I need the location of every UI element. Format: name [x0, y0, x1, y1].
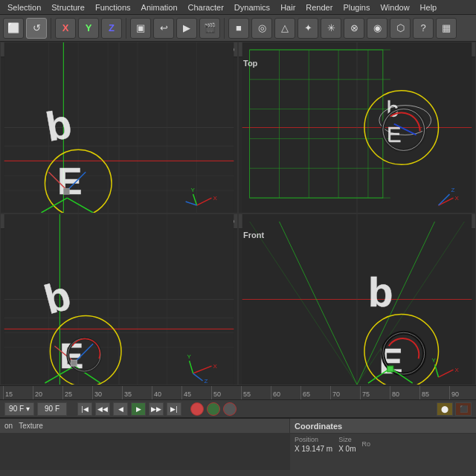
playback-record-indicator [190, 402, 204, 416]
viewport-front[interactable]: Edit Cameras Display Filter View Front b… [238, 213, 476, 385]
coords-position-label: Position [295, 436, 332, 443]
toolbar-btn-camera[interactable]: 🎬 [199, 18, 220, 39]
end-frame-input[interactable] [37, 402, 67, 416]
tick-50: 50 [211, 386, 241, 399]
toolbar-btn-nurbs[interactable]: ✦ [298, 18, 318, 39]
coords-position-col: Position X 19.147 m [295, 436, 332, 453]
tick-45: 45 [181, 386, 211, 399]
toolbar-btn-x[interactable]: X [55, 18, 76, 39]
tick-55: 55 [241, 386, 271, 399]
viewport-front-scene: b E X Y [239, 214, 475, 385]
toolbar-btn-env[interactable]: ◉ [367, 18, 387, 39]
toolbar-sep-2 [126, 18, 126, 39]
svg-text:X: X [454, 195, 459, 202]
coords-rotation-label: Ro [362, 440, 371, 448]
toolbar-btn-rotate[interactable]: ↺ [26, 18, 47, 39]
tick-70: 70 [330, 386, 360, 399]
viewport-perspective[interactable]: Display Filter View ⊕ ↕ ⟲ [0, 42, 238, 213]
playback-status-1 [207, 402, 220, 416]
toolbar-sep-3 [224, 18, 225, 39]
toolbar-btn-select[interactable]: ⬜ [3, 18, 24, 39]
toolbar-btn-box[interactable]: ▣ [130, 18, 151, 39]
svg-text:Z: Z [451, 187, 454, 193]
svg-text:X: X [454, 367, 459, 373]
viewport-top-scene: b E X Z [239, 42, 475, 213]
playback-status-2 [223, 402, 237, 416]
coords-rotation-col: Ro [362, 440, 371, 449]
toolbar-btn-mat[interactable]: ⬡ [390, 18, 411, 39]
menu-character[interactable]: Character [184, 1, 228, 13]
toolbar-btn-cone[interactable]: △ [274, 18, 295, 39]
toolbar-btn-render[interactable]: ▦ [436, 18, 457, 39]
bottom-left-toolbar: on Texture [0, 419, 289, 434]
viewport-container: Display Filter View ⊕ ↕ ⟲ [0, 42, 476, 385]
svg-rect-75 [71, 360, 77, 366]
bottom-left-content [0, 434, 289, 470]
tick-35: 35 [122, 386, 152, 399]
tick-60: 60 [271, 386, 300, 399]
tick-90: 90 [449, 386, 476, 399]
coords-size-label: Size [338, 436, 356, 443]
toolbar-btn-y[interactable]: Y [78, 18, 99, 39]
tick-30: 30 [92, 386, 122, 399]
toolbar: ⬜ ↺ X Y Z ▣ ↩ ▶ 🎬 ■ ◎ △ ✦ ✳ ⊗ ◉ ⬡ ? ▦ [0, 15, 476, 42]
menu-window[interactable]: Window [376, 1, 414, 13]
menu-animation[interactable]: Animation [137, 1, 182, 13]
toolbar-btn-spline[interactable]: ✳ [321, 18, 341, 39]
toolbar-btn-z[interactable]: Z [101, 18, 122, 39]
timeline-bar: 15 20 25 30 35 40 45 50 55 60 65 70 75 8… [0, 385, 476, 400]
svg-text:Y: Y [191, 187, 196, 193]
svg-rect-96 [387, 366, 393, 372]
bottom-panel: on Texture Coordinates Position X 19.147… [0, 418, 476, 470]
coords-position-value: X 19.147 m [295, 445, 332, 453]
viewport-bl-scene: b E X Y Z [1, 214, 237, 385]
svg-text:X: X [213, 195, 217, 202]
viewport-top[interactable]: Edit Cameras Display Filter View Top [238, 42, 476, 213]
toolbar-btn-help[interactable]: ? [413, 18, 434, 39]
playback-to-end[interactable]: ▶| [167, 402, 181, 416]
playback-extra-2[interactable]: ⬛ [455, 402, 472, 416]
playback-next-frame[interactable]: ▶▶ [149, 402, 164, 416]
bottom-tab-on[interactable]: on [4, 422, 13, 430]
svg-text:Y: Y [187, 353, 192, 360]
playback-to-start[interactable]: |◀ [77, 402, 92, 416]
coords-size-value: X 0m [338, 445, 356, 453]
tick-85: 85 [419, 386, 449, 399]
svg-rect-22 [63, 188, 69, 194]
playback-extra-1[interactable]: ⬤ [437, 402, 453, 416]
svg-text:b: b [368, 269, 393, 315]
viewport-bottom-left[interactable]: splay Filter View ⊕ ↕ ⟲ b [0, 213, 238, 385]
svg-text:Y: Y [432, 357, 437, 364]
bottom-tab-texture[interactable]: Texture [19, 422, 43, 430]
toolbar-btn-deform[interactable]: ⊗ [344, 18, 364, 39]
menu-bar: Selection Structure Functions Animation … [0, 0, 476, 15]
menu-render[interactable]: Render [301, 1, 337, 13]
toolbar-btn-cube[interactable]: ■ [228, 18, 249, 39]
coords-header: Coordinates [290, 419, 476, 434]
svg-text:E: E [57, 161, 82, 202]
toolbar-sep-1 [51, 18, 51, 39]
tick-65: 65 [300, 386, 330, 399]
playback-prev-frame[interactable]: ◀ [113, 402, 128, 416]
toolbar-btn-sphere[interactable]: ◎ [251, 18, 272, 39]
playback-bar: |◀ ◀◀ ◀ ▶ ▶▶ ▶| ⬤ ⬛ [0, 400, 476, 418]
toolbar-btn-play[interactable]: ▶ [176, 18, 197, 39]
menu-plugins[interactable]: Plugins [338, 1, 374, 13]
timeline-ruler[interactable]: 15 20 25 30 35 40 45 50 55 60 65 70 75 8… [0, 386, 476, 399]
tick-15: 15 [3, 386, 33, 399]
coords-size-col: Size X 0m [338, 436, 356, 453]
toolbar-btn-circle[interactable]: ↩ [153, 18, 174, 39]
tick-80: 80 [390, 386, 419, 399]
viewport-top-label: Top [243, 59, 257, 68]
playback-prev-key[interactable]: ◀◀ [95, 402, 110, 416]
menu-structure[interactable]: Structure [47, 1, 89, 13]
menu-selection[interactable]: Selection [3, 1, 45, 13]
current-frame-input[interactable] [4, 402, 34, 416]
menu-functions[interactable]: Functions [91, 1, 135, 13]
menu-help[interactable]: Help [416, 1, 442, 13]
viewport-perspective-scene: b E X Y [1, 42, 237, 213]
playback-play[interactable]: ▶ [131, 402, 146, 416]
tick-20: 20 [33, 386, 62, 399]
menu-dynamics[interactable]: Dynamics [230, 1, 274, 13]
menu-hair[interactable]: Hair [276, 1, 300, 13]
